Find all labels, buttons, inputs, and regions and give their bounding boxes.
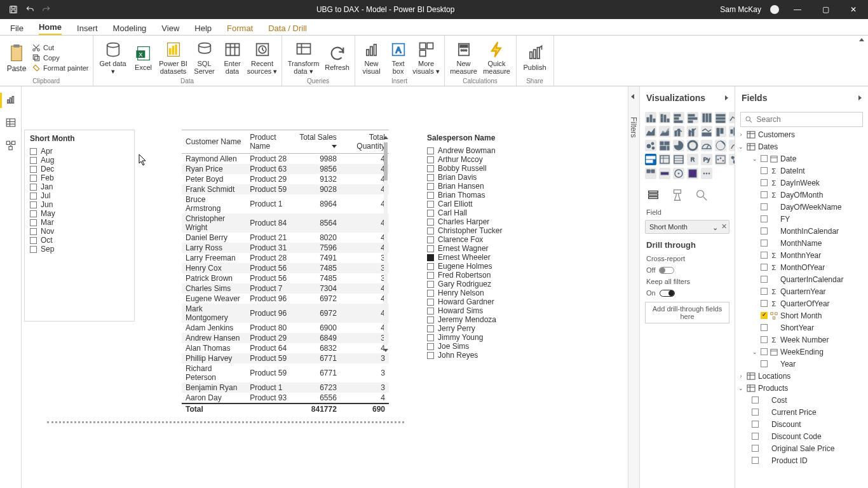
viz-type-icon[interactable]: Py xyxy=(701,154,712,165)
model-view-icon[interactable] xyxy=(5,140,17,151)
format-tab-icon[interactable] xyxy=(670,188,684,202)
field-node[interactable]: ΣDayInWeek xyxy=(738,177,865,189)
slicer-option[interactable]: Jul xyxy=(25,191,134,200)
close-button[interactable]: ✕ xyxy=(844,5,863,14)
table-row[interactable]: Eugene WeaverProduct 9669724 xyxy=(182,294,389,304)
save-icon[interactable] xyxy=(9,5,18,14)
table-row[interactable]: Mark MontgomeryProduct 9669724 xyxy=(182,304,389,323)
slicer-option[interactable]: Jerry Perry xyxy=(422,324,539,333)
paste-button[interactable]: Paste xyxy=(4,43,29,73)
table-row[interactable]: Daniel BerryProduct 2180204 xyxy=(182,233,389,243)
table-visual[interactable]: Customer NameProduct NameTotal SalesTota… xyxy=(182,130,389,355)
slicer-option[interactable]: Bobby Russell xyxy=(422,164,539,173)
avatar[interactable] xyxy=(770,5,779,14)
field-node[interactable]: MonthName xyxy=(738,237,865,249)
redo-icon[interactable] xyxy=(42,5,51,14)
slicer-option[interactable]: Andrew Bowman xyxy=(422,146,539,155)
slicer-option[interactable]: Charles Harper xyxy=(422,217,539,226)
viz-type-icon[interactable] xyxy=(645,112,656,123)
tab-help[interactable]: Help xyxy=(194,24,212,35)
drill-through-dropzone[interactable]: Add drill-through fields here xyxy=(645,302,729,323)
table-row[interactable]: Aaron DayProduct 9365564 xyxy=(182,393,389,403)
pbi-datasets-button[interactable]: Power BI datasets xyxy=(158,41,189,75)
slicer-option[interactable]: Fred Robertson xyxy=(422,271,539,280)
slicer-option[interactable]: Mar xyxy=(25,218,134,227)
viz-type-icon[interactable] xyxy=(673,168,684,179)
viz-type-icon[interactable] xyxy=(715,112,726,123)
column-header[interactable]: Customer Name xyxy=(182,130,246,154)
search-input[interactable] xyxy=(757,115,858,124)
field-node[interactable]: ΣMonthnYear xyxy=(738,249,865,261)
table-row[interactable]: Peter BoydProduct 2991324 xyxy=(182,174,389,184)
field-node[interactable]: ΣMonthOfYear xyxy=(738,261,865,273)
slicer-option[interactable]: Aug xyxy=(25,156,134,165)
slicer-option[interactable]: Jeremy Mendoza xyxy=(422,315,539,324)
slicer-option[interactable]: Jan xyxy=(25,182,134,191)
recent-sources-button[interactable]: Recent sources ▾ xyxy=(247,41,278,75)
table-row[interactable]: Ryan PriceProduct 6398564 xyxy=(182,164,389,174)
viz-type-icon[interactable] xyxy=(659,154,670,165)
slicer-option[interactable]: Jimmy Young xyxy=(422,333,539,342)
publish-button[interactable]: Publish xyxy=(520,44,550,71)
slicer-option[interactable]: Sep xyxy=(25,245,134,254)
report-canvas[interactable]: Short Month AprAugDecFebJanJulJunMayMarN… xyxy=(22,86,639,488)
field-node[interactable]: ShortYear xyxy=(738,322,865,334)
table-row[interactable]: Alan ThomasProduct 6468324 xyxy=(182,343,389,353)
viz-type-icon[interactable] xyxy=(701,112,712,123)
chevron-down-icon[interactable]: ⌄ xyxy=(712,224,718,232)
excel-button[interactable]: XExcel xyxy=(132,44,156,71)
viz-type-icon[interactable] xyxy=(701,168,712,179)
keep-filters-toggle[interactable] xyxy=(660,290,675,297)
slicer-option[interactable]: Jun xyxy=(25,200,134,209)
slicer-option[interactable]: Brian Hansen xyxy=(422,182,539,191)
slicer-option[interactable]: John Reyes xyxy=(422,351,539,360)
viz-type-icon[interactable] xyxy=(687,126,698,137)
table-row[interactable]: Phillip HarveyProduct 5967713 xyxy=(182,353,389,363)
cut-button[interactable]: Cut xyxy=(32,43,89,52)
table-row[interactable]: Raymond AllenProduct 2899884 xyxy=(182,154,389,165)
table-node[interactable]: ⌄Products xyxy=(738,382,865,394)
table-row[interactable]: Frank SchmidtProduct 5990284 xyxy=(182,184,389,194)
table-scrollbar[interactable] xyxy=(383,142,388,346)
field-node[interactable]: QuarterInCalendar xyxy=(738,273,865,285)
table-row[interactable]: Charles SimsProduct 773044 xyxy=(182,283,389,294)
field-node[interactable]: Current Price xyxy=(738,406,865,418)
table-row[interactable]: Richard PetersonProduct 5967713 xyxy=(182,363,389,383)
field-node[interactable]: Discount xyxy=(738,418,865,430)
slicer-option[interactable]: Howard Gardner xyxy=(422,297,539,306)
slicer-option[interactable]: Oct xyxy=(25,236,134,245)
tab-home[interactable]: Home xyxy=(39,22,62,35)
field-node[interactable]: Product ID xyxy=(738,454,865,466)
table-row[interactable]: Adam JenkinsProduct 8069004 xyxy=(182,323,389,333)
get-data-button[interactable]: Get data ▾ xyxy=(97,41,129,75)
slicer-option[interactable]: Brian Davis xyxy=(422,173,539,182)
new-measure-button[interactable]: New measure xyxy=(449,41,479,75)
viz-type-icon[interactable] xyxy=(659,112,670,123)
tab-file[interactable]: File xyxy=(10,24,24,35)
viz-type-icon[interactable] xyxy=(673,154,684,165)
field-node[interactable]: ΣQuarternYear xyxy=(738,285,865,297)
table-node[interactable]: ›Customers xyxy=(738,128,865,140)
quick-measure-button[interactable]: Quick measure xyxy=(482,41,512,75)
table-row[interactable]: Andrew HansenProduct 2968493 xyxy=(182,333,389,343)
new-visual-button[interactable]: New visual xyxy=(359,41,384,75)
cross-report-toggle[interactable] xyxy=(659,267,674,274)
tab-view[interactable]: View xyxy=(161,24,179,35)
enter-data-button[interactable]: Enter data xyxy=(220,41,245,75)
viz-type-icon[interactable] xyxy=(659,126,670,137)
slicer-option[interactable]: Henry Nelson xyxy=(422,288,539,297)
tab-data-drill[interactable]: Data / Drill xyxy=(268,24,307,35)
remove-field-icon[interactable]: ✕ xyxy=(721,222,727,231)
slicer-option[interactable]: Nov xyxy=(25,227,134,236)
field-node[interactable]: Discount Code xyxy=(738,430,865,442)
column-header[interactable]: Product Name xyxy=(246,130,295,154)
slicer-option[interactable]: Gary Rodriguez xyxy=(422,280,539,288)
collapse-icon[interactable] xyxy=(858,95,862,100)
refresh-button[interactable]: Refresh xyxy=(324,44,351,71)
slicer-salesperson[interactable]: Salesperson Name Andrew BowmanArthur Mcc… xyxy=(422,130,539,355)
slicer-option[interactable]: Christopher Tucker xyxy=(422,226,539,235)
fields-search[interactable] xyxy=(740,112,863,127)
slicer-option[interactable]: Dec xyxy=(25,165,134,173)
table-row[interactable]: Patrick BrownProduct 5674853 xyxy=(182,273,389,283)
field-node[interactable]: ΣDayOfMonth xyxy=(738,189,865,201)
